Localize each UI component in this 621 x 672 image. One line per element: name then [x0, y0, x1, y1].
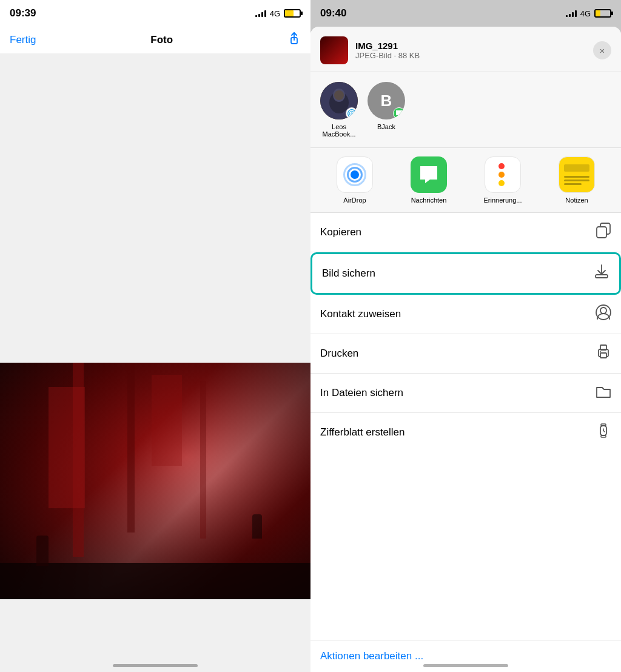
- airdrop-rings: [343, 163, 366, 186]
- contact-bjack-name: BJack: [377, 123, 395, 130]
- action-drucken-label: Drucken: [320, 348, 358, 360]
- action-dateien-label: In Dateien sichern: [320, 387, 403, 399]
- aktionen-link[interactable]: Aktionen bearbeiten ...: [320, 650, 423, 662]
- svg-point-13: [600, 307, 606, 314]
- folder-icon: [596, 383, 611, 403]
- notizen-app-icon: [559, 156, 595, 193]
- avatar-leos: [320, 82, 358, 119]
- svg-point-8: [351, 113, 352, 114]
- airdrop-label: AirDrop: [343, 197, 366, 204]
- apps-row: AirDrop Nachrichten: [310, 148, 621, 213]
- right-status-bar: 09:40 4G: [310, 0, 621, 27]
- svg-point-18: [600, 351, 601, 352]
- aktionen-link-container: Aktionen bearbeiten ...: [310, 640, 621, 672]
- share-sheet: IMG_1291 JPEG-Bild · 88 KB ×: [310, 27, 621, 672]
- app-notizen[interactable]: Notizen: [542, 156, 611, 204]
- share-button[interactable]: [287, 32, 301, 49]
- notizen-lines: [559, 158, 594, 191]
- svg-rect-22: [601, 424, 606, 426]
- home-indicator-left: [113, 664, 198, 667]
- avatar-bjack: B: [368, 82, 405, 119]
- nachrichten-label: Nachrichten: [411, 197, 447, 204]
- signal-text-right: 4G: [580, 9, 591, 18]
- action-dateien[interactable]: In Dateien sichern: [310, 374, 621, 413]
- signal-bars-right: [566, 10, 577, 17]
- file-thumbnail: [320, 36, 348, 64]
- erinnerung-app-icon: [485, 156, 521, 193]
- action-bild-sichern[interactable]: Bild sichern: [310, 252, 621, 295]
- action-list: Kopieren Bild sichern: [310, 213, 621, 640]
- action-drucken[interactable]: Drucken: [310, 334, 621, 374]
- airdrop-badge: [346, 107, 358, 119]
- fertig-button[interactable]: Fertig: [10, 34, 36, 46]
- app-airdrop[interactable]: AirDrop: [320, 156, 389, 204]
- app-nachrichten[interactable]: Nachrichten: [394, 156, 463, 204]
- download-icon: [594, 264, 609, 283]
- share-header: IMG_1291 JPEG-Bild · 88 KB ×: [310, 27, 621, 72]
- nachrichten-app-icon: [411, 156, 447, 193]
- svg-rect-10: [597, 227, 606, 238]
- battery-icon-right: [594, 9, 611, 18]
- file-info: IMG_1291 JPEG-Bild · 88 KB: [355, 41, 586, 60]
- left-nav-bar: Fertig Foto: [0, 27, 310, 53]
- watch-icon: [596, 423, 611, 442]
- action-kontakt[interactable]: Kontakt zuweisen: [310, 295, 621, 334]
- contacts-row: LeosMacBook... B BJack: [310, 72, 621, 148]
- left-time: 09:39: [10, 7, 36, 19]
- copy-icon: [596, 223, 611, 242]
- action-kopieren-label: Kopieren: [320, 226, 361, 238]
- contact-leos[interactable]: LeosMacBook...: [320, 82, 358, 138]
- erinnerung-label: Erinnerung...: [484, 197, 522, 204]
- close-button[interactable]: ×: [593, 41, 611, 59]
- reminder-list: [495, 158, 511, 191]
- signal-bars-left: [255, 10, 266, 17]
- battery-icon-left: [284, 9, 301, 18]
- signal-text-left: 4G: [270, 9, 280, 18]
- contact-bjack[interactable]: B BJack: [368, 82, 405, 138]
- action-bild-sichern-label: Bild sichern: [322, 267, 375, 280]
- contact-leos-name: LeosMacBook...: [322, 123, 355, 138]
- left-status-icons: 4G: [255, 9, 301, 18]
- foto-title: Foto: [150, 34, 173, 46]
- notizen-label: Notizen: [565, 197, 588, 204]
- svg-rect-11: [596, 275, 608, 278]
- left-status-bar: 09:39 4G: [0, 0, 310, 27]
- action-zifferblatt-label: Zifferblatt erstellen: [320, 426, 405, 438]
- right-status-icons: 4G: [566, 9, 611, 18]
- photo-container: [0, 53, 310, 672]
- svg-rect-16: [600, 353, 606, 358]
- photo-image: [0, 363, 310, 599]
- message-badge: [393, 107, 405, 119]
- home-indicator-right: [423, 664, 508, 667]
- right-panel: 09:40 4G IMG_1291 JPEG-Bild · 88 KB ×: [310, 0, 621, 672]
- left-panel: 09:39 4G Fertig Foto: [0, 0, 310, 672]
- action-kontakt-label: Kontakt zuweisen: [320, 308, 401, 320]
- print-icon: [596, 344, 611, 363]
- app-erinnerung[interactable]: Erinnerung...: [468, 156, 537, 204]
- svg-point-5: [334, 90, 344, 100]
- action-kopieren[interactable]: Kopieren: [310, 213, 621, 252]
- file-name: IMG_1291: [355, 41, 586, 51]
- right-time: 09:40: [320, 7, 346, 19]
- file-meta: JPEG-Bild · 88 KB: [355, 51, 586, 60]
- action-zifferblatt[interactable]: Zifferblatt erstellen: [310, 413, 621, 452]
- svg-line-21: [603, 431, 605, 432]
- person-icon: [596, 304, 611, 324]
- svg-rect-23: [601, 435, 606, 437]
- airdrop-app-icon: [337, 156, 373, 193]
